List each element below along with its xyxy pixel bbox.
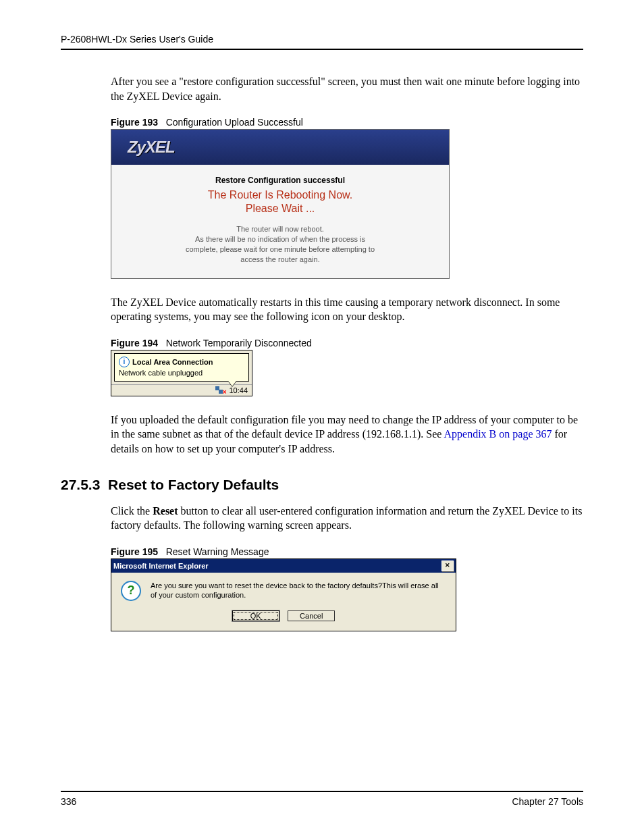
notification-balloon: i Local Area Connection Network cable un… [114, 353, 249, 382]
figure-caption: Figure 193 Configuration Upload Successf… [111, 117, 583, 128]
paragraph: Click the Reset button to clear all user… [111, 504, 583, 533]
figure-title: Network Temporarily Disconnected [166, 338, 312, 348]
figure-label: Figure 194 [111, 338, 158, 348]
restore-success-heading: Restore Configuration successful [125, 176, 435, 185]
tray-clock: 10:44 [229, 386, 248, 394]
page-header: P-2608HWL-Dx Series User's Guide [61, 34, 583, 50]
figure-label: Figure 195 [111, 546, 158, 557]
figure-caption: Figure 195 Reset Warning Message [111, 546, 583, 557]
cancel-button[interactable]: Cancel [288, 610, 335, 621]
balloon-text: Network cable unplugged [119, 369, 244, 377]
guide-title: P-2608HWL-Dx Series User's Guide [61, 34, 213, 45]
figure-195-dialog: Microsoft Internet Explorer ✕ ? Are you … [111, 558, 456, 631]
dialog-button-row: OK Cancel [111, 604, 456, 631]
paragraph: The ZyXEL Device automatically restarts … [111, 295, 583, 324]
balloon-tail [228, 381, 236, 386]
figure-title: Configuration Upload Successful [166, 117, 303, 128]
page-footer: 336 Chapter 27 Tools [61, 791, 583, 807]
zyxel-logo: ZyXEL [128, 138, 175, 157]
network-disconnected-icon: × [215, 386, 225, 394]
figure-title: Reset Warning Message [166, 546, 269, 557]
dialog-titlebar: Microsoft Internet Explorer ✕ [111, 559, 456, 573]
page-number: 336 [61, 796, 76, 807]
chapter-label: Chapter 27 Tools [512, 796, 583, 807]
section-heading: 27.5.3 Reset to Factory Defaults [61, 477, 583, 493]
appendix-link[interactable]: Appendix B on page 367 [444, 428, 552, 440]
dialog-message: Are you sure you want to reset the devic… [151, 581, 446, 600]
figure-193-body: Restore Configuration successful The Rou… [111, 165, 449, 278]
figure-193: ZyXEL Restore Configuration successful T… [111, 129, 450, 278]
reboot-message: The router will now reboot. As there wil… [125, 224, 435, 264]
balloon-title: i Local Area Connection [119, 357, 244, 367]
paragraph: If you uploaded the default configuratio… [111, 413, 583, 457]
close-icon[interactable]: ✕ [441, 561, 454, 571]
dialog-title: Microsoft Internet Explorer [113, 562, 209, 570]
info-icon: i [119, 357, 130, 367]
question-icon: ? [121, 581, 141, 601]
ok-button[interactable]: OK [232, 610, 279, 621]
figure-caption: Figure 194 Network Temporarily Disconnec… [111, 338, 583, 348]
dialog-body: ? Are you sure you want to reset the dev… [111, 573, 456, 604]
paragraph: After you see a "restore configuration s… [111, 74, 583, 103]
figure-label: Figure 193 [111, 117, 158, 128]
figure-194: i Local Area Connection Network cable un… [111, 350, 252, 396]
reboot-line: The Router Is Rebooting Now. [125, 189, 435, 201]
reboot-line: Please Wait ... [125, 203, 435, 215]
zyxel-banner: ZyXEL [111, 130, 449, 165]
